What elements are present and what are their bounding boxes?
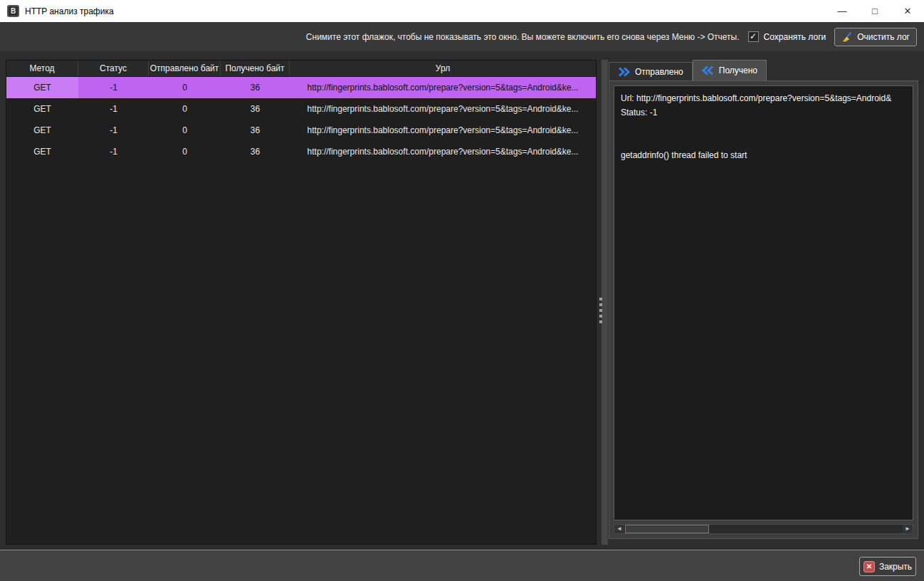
tab-received[interactable]: Получено [693, 60, 767, 80]
clear-log-button[interactable]: Очистить лог [834, 28, 917, 46]
chevrons-left-icon [702, 66, 714, 75]
cell-sent: 0 [149, 77, 221, 98]
col-header-method[interactable]: Метод [6, 61, 78, 76]
cell-url: http://fingerprints.bablosoft.com/prepar… [290, 120, 596, 141]
close-button[interactable]: ✕ Закрыть [859, 557, 916, 576]
table-row[interactable]: GET -1 0 36 http://fingerprints.bablosof… [6, 141, 596, 162]
minimize-button[interactable]: — [826, 0, 859, 22]
cell-status: -1 [78, 98, 149, 120]
window-controls: — □ ✕ [826, 0, 924, 22]
scroll-left-icon[interactable]: ◄ [614, 525, 624, 533]
response-blank-line [621, 120, 906, 134]
horizontal-scrollbar[interactable]: ◄ ► [614, 524, 913, 534]
notice-text: Снимите этот флажок, чтобы не показывать… [306, 32, 740, 42]
col-header-sent-bytes[interactable]: Отправлено байт [149, 61, 221, 76]
cell-status: -1 [78, 77, 149, 98]
cell-received: 36 [221, 141, 290, 162]
cell-method: GET [6, 77, 78, 98]
save-logs-checkbox[interactable]: ✓ Сохранять логи [748, 31, 826, 42]
toolbar: Снимите этот флажок, чтобы не показывать… [0, 22, 924, 51]
close-button-label: Закрыть [879, 562, 912, 572]
tab-sent-label: Отправлено [635, 67, 683, 77]
tab-sent[interactable]: Отправлено [609, 62, 693, 80]
cell-status: -1 [78, 120, 149, 141]
cell-method: GET [6, 120, 78, 141]
response-status-line: Status: -1 [621, 105, 906, 120]
response-text-area[interactable]: Url: http://fingerprints.bablosoft.com/p… [614, 85, 913, 520]
cell-method: GET [6, 98, 78, 120]
cell-method: GET [6, 141, 78, 162]
requests-table: Метод Статус Отправлено байт Получено ба… [6, 60, 597, 545]
cell-url: http://fingerprints.bablosoft.com/prepar… [290, 77, 596, 98]
detail-tabs: Отправлено Получено [609, 60, 767, 80]
cell-status: -1 [78, 141, 149, 162]
scroll-right-icon[interactable]: ► [903, 525, 913, 533]
maximize-button[interactable]: □ [859, 0, 891, 22]
cell-sent: 0 [149, 98, 221, 120]
cell-url: http://fingerprints.bablosoft.com/prepar… [290, 141, 596, 162]
table-row[interactable]: GET -1 0 36 http://fingerprints.bablosof… [6, 120, 596, 141]
splitter-grip-icon [599, 298, 602, 323]
close-window-button[interactable]: ✕ [891, 0, 924, 22]
table-header-row: Метод Статус Отправлено байт Получено ба… [6, 61, 596, 77]
save-logs-label: Сохранять логи [764, 32, 826, 42]
window-title: HTTP анализ трафика [25, 6, 114, 16]
cell-url: http://fingerprints.bablosoft.com/prepar… [290, 98, 596, 120]
footer-bar: ✕ Закрыть [0, 550, 924, 581]
panel-splitter[interactable] [602, 60, 608, 545]
broom-icon [841, 31, 853, 43]
titlebar: B HTTP анализ трафика — □ ✕ [0, 0, 924, 22]
cell-received: 36 [221, 98, 290, 120]
checkbox-check-icon: ✓ [748, 31, 759, 42]
cell-received: 36 [221, 120, 290, 141]
col-header-received-bytes[interactable]: Получено байт [221, 61, 290, 76]
close-x-icon: ✕ [863, 561, 875, 572]
main-area: Метод Статус Отправлено байт Получено ба… [0, 51, 924, 550]
chevrons-right-icon [618, 67, 630, 77]
scrollbar-track[interactable] [624, 525, 903, 533]
cell-sent: 0 [149, 141, 221, 162]
tab-received-label: Получено [719, 66, 757, 75]
cell-received: 36 [221, 77, 290, 98]
table-row[interactable]: GET -1 0 36 http://fingerprints.bablosof… [6, 77, 596, 98]
response-blank-line [621, 134, 906, 148]
app-icon: B [7, 5, 19, 17]
col-header-url[interactable]: Урл [290, 61, 596, 76]
response-url-line: Url: http://fingerprints.bablosoft.com/p… [621, 91, 906, 105]
scrollbar-thumb[interactable] [625, 525, 709, 533]
col-header-status[interactable]: Статус [78, 61, 149, 76]
received-tab-page: Url: http://fingerprints.bablosoft.com/p… [609, 80, 918, 539]
response-error-line: getaddrinfo() thread failed to start [621, 148, 906, 162]
table-row[interactable]: GET -1 0 36 http://fingerprints.bablosof… [6, 98, 596, 120]
clear-log-label: Очистить лог [857, 32, 910, 42]
cell-sent: 0 [149, 120, 221, 141]
